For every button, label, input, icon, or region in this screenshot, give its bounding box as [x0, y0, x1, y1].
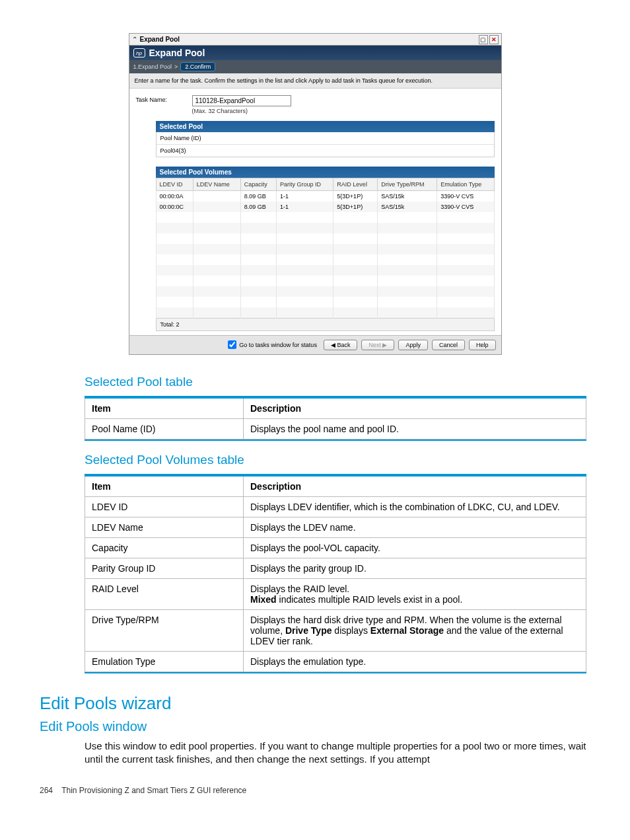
table-cell: [437, 244, 494, 254]
cell-item: Parity Group ID: [85, 558, 244, 578]
col-raid-level[interactable]: RAID Level: [333, 178, 378, 191]
cell-description: Displays the pool name and pool ID.: [244, 418, 586, 439]
table-cell: [156, 276, 193, 286]
table-cell: [193, 202, 240, 212]
col-ldev-id[interactable]: LDEV ID: [156, 178, 193, 191]
maximize-icon[interactable]: ▢: [479, 35, 488, 44]
table-cell: [240, 276, 276, 286]
table-cell: [437, 276, 494, 286]
table-cell: [437, 297, 494, 307]
cell-item: RAID Level: [85, 578, 244, 609]
cell-item: Emulation Type: [85, 651, 244, 671]
table-row: [156, 297, 494, 307]
table-cell: [333, 297, 378, 307]
cell-item: Capacity: [85, 537, 244, 558]
col-drive-type[interactable]: Drive Type/RPM: [378, 178, 437, 191]
table-cell: [156, 254, 193, 265]
table-row[interactable]: 00:00:0A8.09 GB1-15(3D+1P)SAS/15k3390-V …: [156, 191, 494, 202]
goto-tasks-label: Go to tasks window for status: [239, 342, 317, 348]
table-row: Pool Name (ID) Displays the pool name an…: [85, 418, 586, 439]
table-cell: [240, 244, 276, 254]
table-cell: [437, 254, 494, 265]
table-cell: SAS/15k: [378, 191, 437, 202]
table-cell: [240, 223, 276, 233]
goto-tasks-checkbox[interactable]: [228, 340, 236, 349]
apply-button[interactable]: Apply: [398, 340, 428, 350]
table-cell: [333, 233, 378, 244]
dialog-header-title: Expand Pool: [149, 48, 205, 58]
footer-title: Thin Provisioning Z and Smart Tiers Z GU…: [61, 786, 246, 795]
table-cell: [378, 212, 437, 223]
table-cell: [193, 265, 240, 276]
pool-name-header: Pool Name (ID): [157, 132, 494, 144]
table-cell: [193, 286, 240, 297]
heading-edit-pools-window: Edit Pools window: [40, 719, 590, 734]
task-name-label: Task Name:: [136, 95, 186, 103]
volumes-total: Total: 2: [156, 319, 495, 331]
step-separator: >: [174, 63, 178, 70]
table-row: [156, 286, 494, 297]
cell-item: LDEV ID: [85, 496, 244, 517]
selected-pool-box: Pool Name (ID) Pool04(3): [156, 132, 495, 157]
table-cell: [240, 297, 276, 307]
pool-name-value: Pool04(3): [157, 144, 494, 157]
table-cell: [156, 286, 193, 297]
hp-logo-icon: hp: [133, 48, 145, 57]
table-cell: [333, 254, 378, 265]
close-icon[interactable]: ✕: [489, 35, 499, 44]
dialog-footer: Go to tasks window for status ◀ Back Nex…: [129, 335, 501, 354]
table-cell: [277, 212, 333, 223]
table-cell: 00:00:0C: [156, 202, 193, 212]
col-capacity[interactable]: Capacity: [240, 178, 276, 191]
table-cell: 1-1: [277, 191, 333, 202]
table-cell: [277, 223, 333, 233]
table-cell: 8.09 GB: [240, 202, 276, 212]
table-cell: [378, 244, 437, 254]
dialog-instruction: Enter a name for the task. Confirm the s…: [129, 73, 501, 89]
col-description: Description: [244, 398, 586, 419]
dialog-titlebar: ⌃ Expand Pool ▢ ✕: [129, 34, 501, 46]
step-1[interactable]: 1.Expand Pool: [133, 63, 172, 70]
table-cell: [277, 244, 333, 254]
page-footer: 264 Thin Provisioning Z and Smart Tiers …: [40, 786, 590, 795]
help-button[interactable]: Help: [469, 340, 496, 350]
table-row: RAID LevelDisplays the RAID level.Mixed …: [85, 578, 586, 609]
col-parity-group[interactable]: Parity Group ID: [277, 178, 333, 191]
heading-selected-pool-table: Selected Pool table: [85, 375, 590, 389]
table-row: [156, 307, 494, 318]
table-cell: [333, 223, 378, 233]
table-cell: [277, 276, 333, 286]
table-cell: [240, 233, 276, 244]
selected-pool-volumes-doc-table-wrap: Item Description LDEV IDDisplays LDEV id…: [85, 474, 586, 673]
step-2-active[interactable]: 2.Confirm: [180, 62, 215, 71]
selected-pool-doc-table-wrap: Item Description Pool Name (ID) Displays…: [85, 396, 586, 441]
table-cell: [193, 254, 240, 265]
table-row: [156, 212, 494, 223]
table-row: CapacityDisplays the pool-VOL capacity.: [85, 537, 586, 558]
heading-selected-pool-volumes-table: Selected Pool Volumes table: [85, 453, 590, 467]
table-cell: 00:00:0A: [156, 191, 193, 202]
col-item: Item: [85, 476, 244, 497]
cell-description: Displays the emulation type.: [244, 651, 586, 671]
goto-tasks-checkbox-wrap[interactable]: Go to tasks window for status: [228, 340, 317, 349]
table-cell: 8.09 GB: [240, 191, 276, 202]
dialog-header: hp Expand Pool: [129, 46, 501, 60]
table-cell: [277, 286, 333, 297]
col-emulation-type[interactable]: Emulation Type: [437, 178, 494, 191]
selected-pool-volumes-doc-table: Item Description LDEV IDDisplays LDEV id…: [85, 475, 586, 672]
back-button[interactable]: ◀ Back: [324, 340, 358, 350]
cancel-button[interactable]: Cancel: [432, 340, 465, 350]
table-cell: [333, 265, 378, 276]
table-cell: [156, 244, 193, 254]
table-cell: [333, 212, 378, 223]
table-cell: [156, 297, 193, 307]
col-item: Item: [85, 398, 244, 419]
table-row[interactable]: 00:00:0C8.09 GB1-15(3D+1P)SAS/15k3390-V …: [156, 202, 494, 212]
table-cell: [277, 233, 333, 244]
collapse-icon[interactable]: ⌃: [132, 36, 137, 43]
table-row: [156, 223, 494, 233]
selected-pool-volumes-title: Selected Pool Volumes: [156, 167, 495, 178]
table-cell: [378, 265, 437, 276]
col-ldev-name[interactable]: LDEV Name: [193, 178, 240, 191]
task-name-input[interactable]: [192, 95, 291, 106]
